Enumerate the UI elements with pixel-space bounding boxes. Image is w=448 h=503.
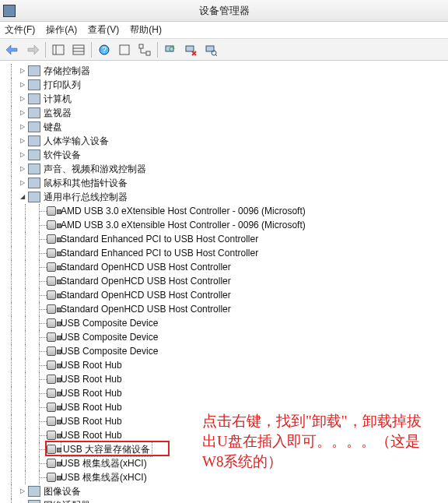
tree-item-usb-device[interactable]: AMD USB 3.0 eXtensible Host Controller -… bbox=[5, 204, 448, 218]
tree-connector bbox=[33, 358, 47, 372]
tree-item-sound[interactable]: 声音、视频和游戏控制器 bbox=[5, 162, 448, 176]
imaging-icon bbox=[28, 486, 40, 497]
tree-item-usb-device[interactable]: Standard OpenHCD USB Host Controller bbox=[5, 274, 448, 288]
tree-indent bbox=[19, 232, 33, 246]
menu-help[interactable]: 帮助(H) bbox=[130, 23, 162, 37]
toolbar-btn-1[interactable] bbox=[49, 41, 68, 58]
menu-action[interactable]: 操作(A) bbox=[46, 23, 77, 37]
tree-label: 监视器 bbox=[44, 106, 72, 120]
tree-item-network[interactable]: 网络适配器 bbox=[5, 498, 448, 503]
tree-item-print-queue[interactable]: 打印队列 bbox=[5, 78, 448, 92]
tree-item-software-device[interactable]: 软件设备 bbox=[5, 148, 448, 162]
tree-item-usb-device[interactable]: Standard Enhanced PCI to USB Host Contro… bbox=[5, 246, 448, 260]
usb-device-icon bbox=[47, 290, 56, 300]
expand-icon[interactable] bbox=[19, 179, 26, 187]
expand-icon[interactable] bbox=[19, 109, 26, 117]
collapse-icon[interactable] bbox=[19, 193, 26, 201]
uninstall-button[interactable] bbox=[181, 41, 200, 58]
svg-rect-9 bbox=[146, 51, 150, 55]
tree-item-storage-controllers[interactable]: 存储控制器 bbox=[5, 64, 448, 78]
tree-indent bbox=[19, 288, 33, 302]
tree-item-imaging[interactable]: 图像设备 bbox=[5, 484, 448, 498]
usb-device-icon bbox=[47, 220, 56, 230]
scan-button[interactable] bbox=[201, 41, 220, 58]
tree-item-hid[interactable]: 人体学输入设备 bbox=[5, 134, 448, 148]
tree-item-usb-device[interactable]: USB Composite Device bbox=[5, 344, 448, 358]
expand-icon[interactable] bbox=[19, 487, 26, 495]
toolbar-separator bbox=[157, 42, 158, 58]
tree-item-usb-device[interactable]: USB Root Hub bbox=[5, 386, 448, 400]
toolbar-btn-3[interactable] bbox=[115, 41, 134, 58]
tree-item-monitor[interactable]: 监视器 bbox=[5, 106, 448, 120]
tree-indent bbox=[19, 204, 33, 218]
tree-item-usb-device[interactable]: USB 根集线器(xHCI) bbox=[5, 470, 448, 484]
tree-connector bbox=[33, 400, 47, 414]
expand-icon[interactable] bbox=[19, 95, 26, 103]
tree-connector bbox=[33, 386, 47, 400]
expand-icon[interactable] bbox=[19, 123, 26, 131]
tree-connector bbox=[33, 372, 47, 386]
tree-label: 人体学输入设备 bbox=[44, 134, 109, 148]
tree-indent bbox=[19, 358, 33, 372]
tree-item-usb-device[interactable]: Standard Enhanced PCI to USB Host Contro… bbox=[5, 232, 448, 246]
forward-button[interactable] bbox=[23, 41, 42, 58]
expand-icon[interactable] bbox=[19, 151, 26, 159]
refresh-button[interactable] bbox=[161, 41, 180, 58]
tree-item-usb-device[interactable]: USB Composite Device bbox=[5, 316, 448, 330]
usb-device-icon bbox=[47, 473, 56, 482]
tree-indent bbox=[5, 232, 19, 246]
tree-label: 鼠标和其他指针设备 bbox=[44, 176, 128, 190]
tree-item-usb-device[interactable]: Standard OpenHCD USB Host Controller bbox=[5, 260, 448, 274]
help-button[interactable]: ? bbox=[95, 41, 114, 58]
tree-label: 计算机 bbox=[44, 92, 72, 106]
tree-item-usb-device[interactable]: USB Root Hub bbox=[5, 358, 448, 372]
back-button[interactable] bbox=[3, 41, 22, 58]
tree-label: USB Root Hub bbox=[61, 414, 122, 428]
tree-indent bbox=[19, 470, 33, 484]
usb-device-icon bbox=[47, 375, 56, 384]
usb-device-icon bbox=[47, 262, 56, 272]
usb-device-icon bbox=[47, 276, 56, 286]
tree-connector bbox=[33, 288, 47, 302]
tree-indent bbox=[19, 386, 33, 400]
tree-item-keyboard[interactable]: 键盘 bbox=[5, 120, 448, 134]
tree-indent bbox=[5, 386, 19, 400]
usb-device-icon bbox=[47, 234, 56, 244]
tree-label: 网络适配器 bbox=[44, 498, 90, 503]
usb-device-icon bbox=[47, 304, 56, 314]
tree-item-usb-device[interactable]: AMD USB 3.0 eXtensible Host Controller -… bbox=[5, 218, 448, 232]
expand-icon[interactable] bbox=[19, 67, 26, 75]
tree-label: Standard OpenHCD USB Host Controller bbox=[61, 260, 231, 274]
tree-connector bbox=[33, 344, 47, 358]
svg-rect-0 bbox=[53, 45, 64, 55]
tree-indent bbox=[5, 246, 19, 260]
tree-label: Standard Enhanced PCI to USB Host Contro… bbox=[61, 246, 258, 260]
tree-item-usb-controllers[interactable]: 通用串行总线控制器 bbox=[5, 190, 448, 204]
tree-indent bbox=[5, 204, 19, 218]
tree-indent bbox=[19, 330, 33, 344]
tree-item-usb-device[interactable]: USB Composite Device bbox=[5, 330, 448, 344]
tree-connector bbox=[33, 316, 47, 330]
tree-connector bbox=[33, 428, 47, 442]
tree-indent bbox=[5, 344, 19, 358]
tree-label: Standard OpenHCD USB Host Controller bbox=[61, 274, 231, 288]
tree-item-usb-device[interactable]: Standard OpenHCD USB Host Controller bbox=[5, 288, 448, 302]
tree-connector bbox=[33, 302, 47, 316]
toolbar-btn-4[interactable] bbox=[135, 41, 154, 58]
tree-indent bbox=[5, 316, 19, 330]
window-title: 设备管理器 bbox=[199, 4, 250, 18]
expand-icon[interactable] bbox=[19, 137, 26, 145]
menu-view[interactable]: 查看(V) bbox=[88, 23, 119, 37]
expand-icon[interactable] bbox=[19, 81, 26, 89]
mouse-icon bbox=[28, 178, 40, 188]
tree-item-computer[interactable]: 计算机 bbox=[5, 92, 448, 106]
tree-label: 通用串行总线控制器 bbox=[44, 190, 128, 204]
menu-file[interactable]: 文件(F) bbox=[5, 23, 35, 37]
tree-indent bbox=[5, 470, 19, 484]
tree-item-usb-device[interactable]: Standard OpenHCD USB Host Controller bbox=[5, 302, 448, 316]
toolbar-btn-2[interactable] bbox=[69, 41, 88, 58]
app-icon bbox=[3, 5, 16, 17]
tree-item-usb-device[interactable]: USB Root Hub bbox=[5, 372, 448, 386]
expand-icon[interactable] bbox=[19, 165, 26, 173]
tree-item-mouse[interactable]: 鼠标和其他指针设备 bbox=[5, 176, 448, 190]
